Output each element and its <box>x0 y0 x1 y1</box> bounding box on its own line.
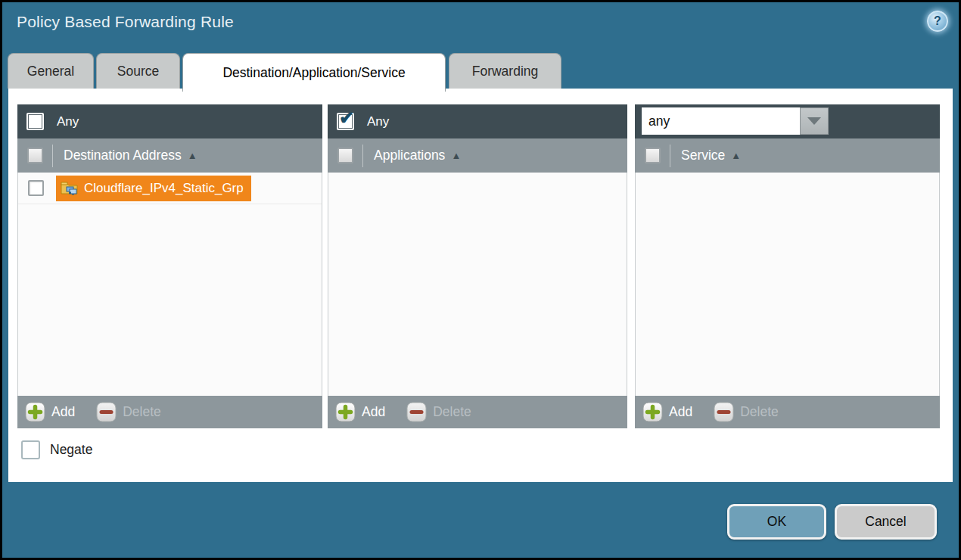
ok-button[interactable]: OK <box>727 504 826 540</box>
tab-forwarding[interactable]: Forwarding <box>449 53 561 89</box>
destination-row-cloudflare[interactable]: Cloudflare_IPv4_Static_Grp <box>18 173 322 204</box>
checkbox-check-icon: ✔ <box>339 109 354 127</box>
applications-any-label: Any <box>367 114 389 129</box>
service-list <box>635 173 940 396</box>
service-add-label: Add <box>669 404 692 420</box>
service-mode-dropdown <box>642 107 829 135</box>
applications-delete-button[interactable]: Delete <box>406 402 471 422</box>
tab-dest-label: Destination/Application/Service <box>222 65 405 81</box>
tab-source-label: Source <box>117 64 159 79</box>
service-mode-input[interactable] <box>642 107 800 135</box>
add-plus-icon <box>335 402 356 422</box>
service-column: Service ▲ Add <box>635 104 940 428</box>
sort-ascending-icon[interactable]: ▲ <box>451 150 461 161</box>
destination-header-label[interactable]: Destination Address <box>64 148 182 163</box>
destination-row-checkbox[interactable] <box>28 180 44 196</box>
service-footer: Add Delete <box>635 396 940 428</box>
address-group-name: Cloudflare_IPv4_Static_Grp <box>84 181 244 196</box>
service-add-button[interactable]: Add <box>642 402 692 422</box>
destination-any-checkbox[interactable] <box>26 113 44 130</box>
applications-list <box>328 173 627 396</box>
applications-header-label[interactable]: Applications <box>374 148 445 163</box>
destination-delete-label: Delete <box>123 404 161 420</box>
destination-add-label: Add <box>51 404 75 420</box>
service-dropdown-button[interactable] <box>800 107 829 135</box>
destination-address-column: Any Destination Address ▲ <box>17 104 322 428</box>
destination-delete-button[interactable]: Delete <box>96 402 161 422</box>
destination-add-button[interactable]: Add <box>25 402 75 422</box>
service-column-header: Service ▲ <box>635 138 940 173</box>
delete-minus-icon <box>406 402 427 422</box>
applications-any-checkbox[interactable]: ✔ <box>337 113 354 130</box>
applications-footer: Add Delete <box>328 396 627 428</box>
help-question-glyph: ? <box>934 14 941 28</box>
tab-content-panel: Any Destination Address ▲ <box>8 89 953 482</box>
tab-general-label: General <box>27 64 74 79</box>
delete-minus-icon <box>714 402 734 422</box>
dialog-title: Policy Based Forwarding Rule <box>17 13 234 31</box>
help-icon[interactable]: ? <box>927 11 948 32</box>
destination-column-header: Destination Address ▲ <box>17 138 322 173</box>
delete-minus-icon <box>96 402 117 422</box>
add-plus-icon <box>642 402 663 422</box>
address-group-icon <box>61 181 79 195</box>
service-header-label[interactable]: Service <box>681 148 725 163</box>
negate-option: Negate <box>21 440 92 459</box>
tab-forwarding-label: Forwarding <box>472 64 539 79</box>
destination-any-header: Any <box>17 104 322 138</box>
sort-ascending-icon[interactable]: ▲ <box>188 150 197 161</box>
service-selectall-checkbox[interactable] <box>645 148 661 163</box>
negate-label: Negate <box>50 442 92 458</box>
applications-any-header: ✔ Any <box>328 104 627 138</box>
tab-destination-application-service[interactable]: Destination/Application/Service <box>182 53 446 92</box>
applications-add-label: Add <box>362 404 385 420</box>
destination-selectall-checkbox[interactable] <box>27 148 43 163</box>
add-plus-icon <box>25 402 45 422</box>
tab-general[interactable]: General <box>8 53 94 89</box>
applications-delete-label: Delete <box>433 404 471 420</box>
pbf-rule-dialog: Policy Based Forwarding Rule ? General S… <box>0 0 961 560</box>
ok-button-label: OK <box>767 514 786 530</box>
cancel-button-label: Cancel <box>865 514 906 530</box>
service-any-header <box>635 104 940 138</box>
destination-list: Cloudflare_IPv4_Static_Grp <box>17 173 322 396</box>
chevron-down-icon <box>807 117 821 125</box>
service-delete-label: Delete <box>740 404 779 420</box>
destination-any-label: Any <box>57 114 79 129</box>
tab-source[interactable]: Source <box>96 53 180 89</box>
negate-checkbox[interactable] <box>21 440 40 459</box>
service-delete-button[interactable]: Delete <box>714 402 779 422</box>
applications-column-header: Applications ▲ <box>328 138 627 173</box>
cancel-button[interactable]: Cancel <box>835 504 937 540</box>
applications-selectall-checkbox[interactable] <box>337 148 353 163</box>
sort-ascending-icon[interactable]: ▲ <box>731 150 741 161</box>
destination-footer: Add Delete <box>17 396 322 428</box>
applications-add-button[interactable]: Add <box>335 402 385 422</box>
applications-column: ✔ Any Applications ▲ Ad <box>328 104 627 428</box>
selected-address-group-chip[interactable]: Cloudflare_IPv4_Static_Grp <box>56 176 251 201</box>
